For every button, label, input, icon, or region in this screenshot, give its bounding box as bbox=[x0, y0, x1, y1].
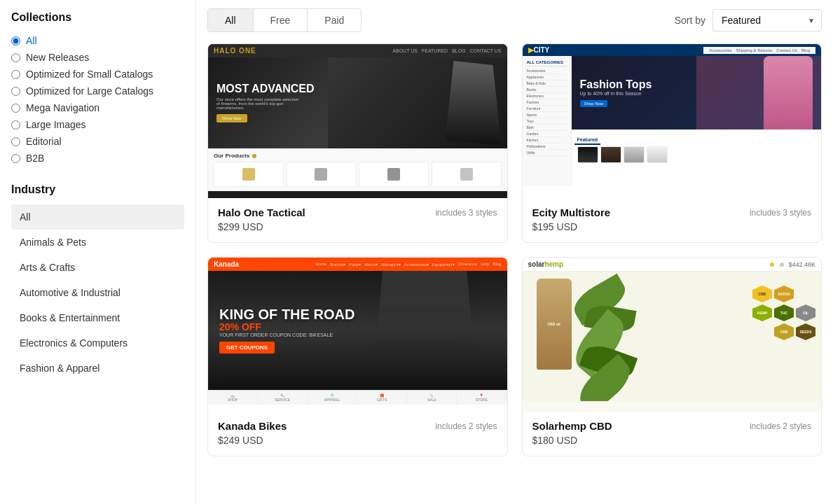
kanada-icon-item-1: 🚲SHOP bbox=[208, 391, 258, 405]
collection-radio-mega-navigation[interactable] bbox=[11, 104, 20, 113]
collection-item-all[interactable]: All bbox=[11, 32, 184, 49]
product-meta-ecity: Ecity Multistore includes 3 styles bbox=[532, 206, 812, 218]
halo-preview: HALO ONE ABOUT US FEATURED BLOG CONTACT … bbox=[208, 44, 507, 198]
hex-7: SEEDS bbox=[796, 323, 815, 340]
product-card-ecity[interactable]: ▶CITY Accessories Shipping & Returns Con… bbox=[522, 43, 822, 243]
ecity-sidebar-item-5: Electronics bbox=[527, 93, 567, 99]
product-name-hemp: Solarhemp CBD bbox=[532, 420, 612, 432]
kanada-hero-text: KING OF THE ROAD 20% OFF YOUR FIRST ORDE… bbox=[208, 296, 366, 365]
sort-select[interactable]: Featured Best Selling Price: Low to High… bbox=[712, 9, 822, 31]
collection-item-mega-navigation[interactable]: Mega Navigation bbox=[11, 99, 184, 116]
ecity-sidebar: ALL CATEGORIES Accessories Appliances Ba… bbox=[523, 56, 572, 186]
product-includes-ecity: includes 3 styles bbox=[750, 208, 811, 218]
collection-item-new-releases[interactable]: New Releases bbox=[11, 49, 184, 66]
kanada-footer-icons: 🚲SHOP 🔧SERVICE 👕APPAREL 🎁GIFTS 🏷️SALE 📍S… bbox=[208, 390, 507, 405]
halo-product-item-3 bbox=[359, 162, 429, 187]
product-price-hemp: $180 USD bbox=[532, 435, 812, 446]
ecity-thumb-shoes bbox=[624, 146, 645, 163]
svg-point-2 bbox=[780, 262, 784, 267]
product-image-halo-one: HALO ONE ABOUT US FEATURED BLOG CONTACT … bbox=[208, 44, 507, 198]
halo-products-section: Our Products bbox=[208, 148, 507, 191]
collection-radio-new-releases[interactable] bbox=[11, 53, 20, 62]
halo-nav: ABOUT US FEATURED BLOG CONTACT US bbox=[392, 48, 501, 53]
ecity-nav: Accessories Shipping & Returns Contact U… bbox=[703, 47, 815, 54]
hemp-header: solarhemp $442.46K bbox=[523, 258, 822, 272]
collection-item-optimized-large[interactable]: Optimized for Large Catalogs bbox=[11, 83, 184, 99]
ecity-banner-model-area bbox=[696, 56, 821, 130]
ecity-sidebar-item-1: Accessories bbox=[527, 68, 567, 74]
ecity-sidebar-item-14: Utility bbox=[527, 150, 567, 156]
collection-radio-b2b[interactable] bbox=[11, 154, 20, 163]
product-includes-kanada: includes 2 styles bbox=[435, 421, 497, 431]
halo-products-grid bbox=[214, 162, 502, 187]
collections-title: Collections bbox=[11, 11, 184, 24]
halo-product-item-2 bbox=[287, 162, 357, 187]
collection-item-editorial[interactable]: Editorial bbox=[11, 133, 184, 150]
collection-radio-optimized-small[interactable] bbox=[11, 70, 20, 79]
ecity-banner: Fashion Tops Up to 40% off in this Seaso… bbox=[572, 56, 822, 130]
hex-spacer bbox=[796, 286, 815, 302]
industry-item-animals-pets[interactable]: Animals & Pets bbox=[11, 230, 184, 255]
collection-item-large-images[interactable]: Large Images bbox=[11, 116, 184, 133]
industry-title: Industry bbox=[11, 183, 184, 196]
industry-item-electronics[interactable]: Electronics & Computers bbox=[11, 330, 184, 356]
filter-tab-paid[interactable]: Paid bbox=[308, 9, 361, 31]
product-card-halo-one[interactable]: HALO ONE ABOUT US FEATURED BLOG CONTACT … bbox=[207, 43, 508, 243]
ecity-sidebar-item-10: Bath bbox=[527, 125, 567, 131]
halo-soldier-decoration bbox=[328, 57, 507, 148]
hex-3: HEMP bbox=[752, 304, 772, 321]
product-info-hemp: Solarhemp CBD includes 2 styles $180 USD bbox=[523, 412, 822, 456]
collection-radio-all[interactable] bbox=[11, 36, 20, 46]
hex-2: SATIVA bbox=[774, 286, 794, 302]
ecity-preview: ▶CITY Accessories Shipping & Returns Con… bbox=[523, 44, 822, 198]
sort-wrapper: Featured Best Selling Price: Low to High… bbox=[712, 9, 822, 31]
product-card-hemp[interactable]: solarhemp $442.46K CBD oil bbox=[522, 257, 822, 456]
product-meta-kanada: Kanada Bikes includes 2 styles bbox=[218, 420, 497, 432]
industry-item-arts-crafts[interactable]: Arts & Crafts bbox=[11, 255, 184, 280]
sidebar: Collections All New Releases Optimized f… bbox=[0, 0, 196, 504]
kanada-logo: Kanada bbox=[214, 260, 239, 268]
ecity-sidebar-item-9: Toys bbox=[527, 118, 567, 125]
filter-tab-all[interactable]: All bbox=[208, 9, 254, 31]
hemp-preview: solarhemp $442.46K CBD oil bbox=[523, 258, 822, 412]
filter-tabs: All Free Paid bbox=[207, 8, 362, 32]
filter-tab-free[interactable]: Free bbox=[254, 9, 308, 31]
collection-radio-optimized-large[interactable] bbox=[11, 87, 20, 96]
product-image-hemp: solarhemp $442.46K CBD oil bbox=[523, 258, 822, 412]
ecity-content: Fashion Tops Up to 40% off in this Seaso… bbox=[572, 56, 822, 186]
industry-item-all[interactable]: All bbox=[11, 204, 184, 230]
collection-item-optimized-small[interactable]: Optimized for Small Catalogs bbox=[11, 66, 184, 83]
ecity-sidebar-item-4: Books bbox=[527, 87, 567, 93]
ecity-logo: ▶CITY bbox=[528, 46, 550, 54]
ecity-sidebar-item-7: Furniture bbox=[527, 106, 567, 112]
product-info-ecity: Ecity Multistore includes 3 styles $195 … bbox=[523, 198, 822, 242]
sort-label: Sort by bbox=[675, 15, 705, 26]
product-name-halo-one: Halo One Tactical bbox=[218, 206, 305, 218]
sort-area: Sort by Featured Best Selling Price: Low… bbox=[675, 9, 822, 31]
hemp-logo: solarhemp bbox=[528, 260, 564, 268]
industry-item-automotive[interactable]: Automotive & Industrial bbox=[11, 280, 184, 305]
kanada-preview: Kanada Home Brands▾ Parts▾ Men's▾ Women'… bbox=[208, 258, 507, 412]
hemp-plant-decoration bbox=[565, 272, 649, 401]
product-price-ecity: $195 USD bbox=[532, 221, 812, 232]
ecity-sidebar-item-13: Publications bbox=[527, 144, 567, 150]
product-image-kanada: Kanada Home Brands▾ Parts▾ Men's▾ Women'… bbox=[208, 258, 507, 412]
ecity-thumb-phone bbox=[577, 146, 598, 163]
collection-radio-editorial[interactable] bbox=[11, 137, 20, 146]
hex-6: CBN bbox=[774, 323, 794, 340]
moon-icon bbox=[778, 261, 785, 268]
product-card-kanada[interactable]: Kanada Home Brands▾ Parts▾ Men's▾ Women'… bbox=[207, 257, 508, 456]
kanada-icon-item-5: 🏷️SALE bbox=[407, 391, 457, 405]
industry-section: Industry All Animals & Pets Arts & Craft… bbox=[11, 183, 184, 381]
kanada-icon-item-4: 🎁GIFTS bbox=[357, 391, 407, 405]
main-content: All Free Paid Sort by Featured Best Sell… bbox=[196, 0, 833, 504]
industry-item-fashion[interactable]: Fashion & Apparel bbox=[11, 356, 184, 381]
collection-item-b2b[interactable]: B2B bbox=[11, 150, 184, 167]
hex-1: CBD bbox=[752, 286, 772, 302]
product-name-kanada: Kanada Bikes bbox=[218, 420, 287, 432]
kanada-biker-area bbox=[343, 271, 507, 390]
ecity-thumb-jacket bbox=[600, 146, 621, 163]
kanada-biker-shape bbox=[372, 271, 477, 390]
industry-item-books[interactable]: Books & Entertainment bbox=[11, 305, 184, 330]
collection-radio-large-images[interactable] bbox=[11, 120, 20, 130]
